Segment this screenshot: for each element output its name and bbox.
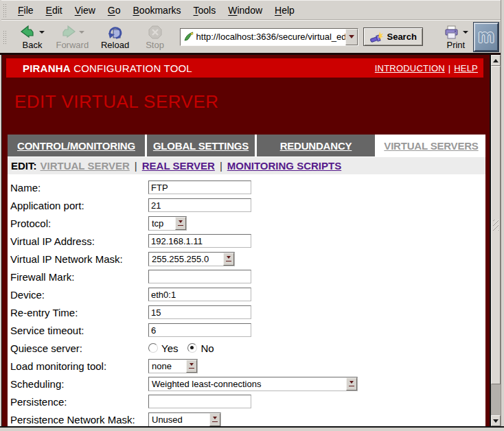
scheduling-select[interactable]: Weighted least-connections bbox=[148, 377, 358, 391]
field-row-virtual-ip-network-mask: Virtual IP Network Mask:255.255.255.0 bbox=[8, 250, 485, 268]
forward-dropdown-arrow[interactable] bbox=[79, 31, 84, 36]
application-port-input[interactable] bbox=[148, 198, 251, 212]
search-label: Search bbox=[387, 32, 416, 42]
back-button[interactable]: Back bbox=[14, 23, 50, 51]
window-frame-right bbox=[501, 0, 504, 431]
menu-go[interactable]: Go bbox=[102, 3, 127, 18]
page-title: EDIT VIRTUAL SERVER bbox=[14, 91, 219, 113]
header-link-help[interactable]: HELP bbox=[454, 63, 478, 73]
re-entry-time-input[interactable] bbox=[148, 305, 251, 319]
menu-view[interactable]: View bbox=[69, 3, 102, 18]
field-row-scheduling: Scheduling:Weighted least-connections bbox=[8, 375, 485, 393]
toolbar-grippy-handle[interactable] bbox=[3, 30, 7, 44]
search-button[interactable]: Search bbox=[363, 27, 422, 46]
back-dropdown-arrow[interactable] bbox=[39, 31, 45, 36]
reload-label: Reload bbox=[101, 40, 129, 50]
print-button[interactable]: Print bbox=[438, 23, 474, 51]
application-port-label: Application port: bbox=[8, 200, 148, 211]
menu-tools[interactable]: Tools bbox=[187, 3, 222, 18]
persistence-input[interactable] bbox=[148, 395, 251, 408]
page-proxy-icon[interactable] bbox=[184, 32, 194, 42]
browser-window: { "browser": { "menu_items": ["File", "E… bbox=[0, 0, 504, 431]
stop-button[interactable]: Stop bbox=[137, 23, 173, 51]
virtual-ip-network-mask-select[interactable]: 255.255.255.0 bbox=[148, 252, 235, 266]
quiesce-server-label: Quiesce server: bbox=[8, 342, 148, 354]
subnav-link-monitoring-scripts[interactable]: MONITORING SCRIPTS bbox=[227, 160, 341, 172]
subnav-prefix: EDIT: bbox=[11, 160, 37, 172]
content-panel: CONTROL/MONITORINGGLOBAL SETTINGSREDUNDA… bbox=[8, 135, 485, 426]
firewall-mark-input[interactable] bbox=[148, 270, 251, 283]
subnav-link-virtual-server[interactable]: VIRTUAL SERVER bbox=[41, 160, 130, 172]
menu-file[interactable]: File bbox=[12, 3, 40, 18]
menu-help[interactable]: Help bbox=[268, 3, 301, 18]
forward-icon bbox=[60, 25, 76, 40]
reload-icon bbox=[107, 25, 124, 40]
service-timeout-input[interactable] bbox=[148, 323, 251, 337]
protocol-label: Protocol: bbox=[8, 218, 148, 229]
url-input[interactable] bbox=[196, 32, 346, 42]
dropdown-arrow-icon[interactable] bbox=[223, 253, 234, 266]
site-header-bar: PIRANHA CONFIGURATION TOOL INTRODUCTION|… bbox=[6, 58, 483, 78]
tab-global-settings[interactable]: GLOBAL SETTINGS bbox=[147, 135, 255, 156]
url-history-dropdown[interactable] bbox=[345, 29, 358, 45]
subnav-link-real-server[interactable]: REAL SERVER bbox=[142, 160, 215, 172]
field-row-quiesce-server: Quiesce server:YesNo bbox=[8, 339, 485, 357]
url-bar[interactable] bbox=[180, 28, 359, 46]
field-row-virtual-ip-address: Virtual IP Address: bbox=[8, 232, 485, 250]
tab-redundancy[interactable]: REDUNDANCY bbox=[257, 135, 375, 156]
navigation-toolbar: Back Forward Reload Stop bbox=[1, 20, 501, 53]
persistence-network-mask-select[interactable]: Unused bbox=[148, 412, 221, 427]
protocol-select[interactable]: tcp bbox=[148, 216, 187, 231]
field-row-persistence-network-mask: Persistence Network Mask:Unused bbox=[8, 410, 485, 426]
virtual-ip-address-input[interactable] bbox=[148, 234, 251, 248]
print-icon bbox=[444, 25, 460, 40]
scroll-up-button[interactable] bbox=[491, 55, 501, 66]
forward-label: Forward bbox=[56, 40, 89, 50]
menu-edit[interactable]: Edit bbox=[40, 3, 69, 18]
quiesce-server-radio-label-no: No bbox=[201, 342, 214, 354]
device-label: Device: bbox=[8, 289, 148, 301]
field-row-device: Device: bbox=[8, 286, 485, 303]
tab-control-monitoring[interactable]: CONTROL/MONITORING bbox=[8, 135, 145, 156]
site-header-links: INTRODUCTION|HELP bbox=[375, 63, 478, 73]
dropdown-arrow-icon[interactable] bbox=[186, 360, 197, 373]
forward-button[interactable]: Forward bbox=[54, 23, 91, 51]
name-input[interactable] bbox=[148, 180, 251, 194]
reload-button[interactable]: Reload bbox=[98, 23, 133, 51]
load-monitoring-tool-label: Load monitoring tool: bbox=[8, 360, 148, 372]
scroll-up-arrow-icon bbox=[493, 56, 499, 62]
scrollbar-thumb[interactable] bbox=[491, 66, 501, 384]
dropdown-arrow-icon[interactable] bbox=[175, 217, 186, 230]
persistence-label: Persistence: bbox=[8, 396, 148, 408]
vertical-scrollbar[interactable] bbox=[490, 55, 501, 426]
quiesce-server-radio-yes[interactable] bbox=[148, 343, 158, 353]
scheduling-label: Scheduling: bbox=[8, 378, 148, 390]
back-label: Back bbox=[23, 40, 43, 50]
scroll-down-button[interactable] bbox=[491, 415, 501, 426]
field-row-re-entry-time: Re-entry Time: bbox=[8, 303, 485, 321]
scheduling-selected-value: Weighted least-connections bbox=[149, 379, 346, 389]
virtual-ip-address-label: Virtual IP Address: bbox=[8, 235, 148, 247]
print-dropdown-arrow[interactable] bbox=[463, 31, 468, 36]
mozilla-logo[interactable]: m bbox=[474, 23, 499, 51]
dropdown-arrow-icon[interactable] bbox=[346, 377, 357, 391]
stop-icon bbox=[148, 25, 163, 40]
menu-window[interactable]: Window bbox=[222, 3, 268, 18]
field-row-application-port: Application port: bbox=[8, 196, 485, 214]
subnav-links: VIRTUAL SERVER|REAL SERVER|MONITORING SC… bbox=[41, 160, 342, 172]
menu-bookmarks[interactable]: Bookmarks bbox=[127, 3, 187, 18]
header-link-introduction[interactable]: INTRODUCTION bbox=[375, 63, 445, 73]
dropdown-arrow-icon[interactable] bbox=[209, 413, 220, 426]
subnav-separator: | bbox=[220, 160, 222, 172]
tab-virtual-servers[interactable]: VIRTUAL SERVERS bbox=[377, 135, 485, 156]
field-row-persistence: Persistence: bbox=[8, 393, 485, 410]
scrollbar-thumb-grip bbox=[493, 220, 499, 231]
device-input[interactable] bbox=[148, 288, 251, 301]
quiesce-server-radio-no[interactable] bbox=[187, 343, 197, 353]
form-fields: Name:Application port:Protocol:tcpVirtua… bbox=[8, 174, 485, 426]
load-monitoring-tool-selected-value: none bbox=[149, 361, 186, 371]
search-flashlight-icon bbox=[369, 31, 383, 43]
menubar-grippy-handle[interactable] bbox=[3, 3, 7, 17]
menu-bar: FileEditViewGoBookmarksToolsWindowHelp bbox=[1, 1, 501, 20]
load-monitoring-tool-select[interactable]: none bbox=[148, 359, 198, 373]
